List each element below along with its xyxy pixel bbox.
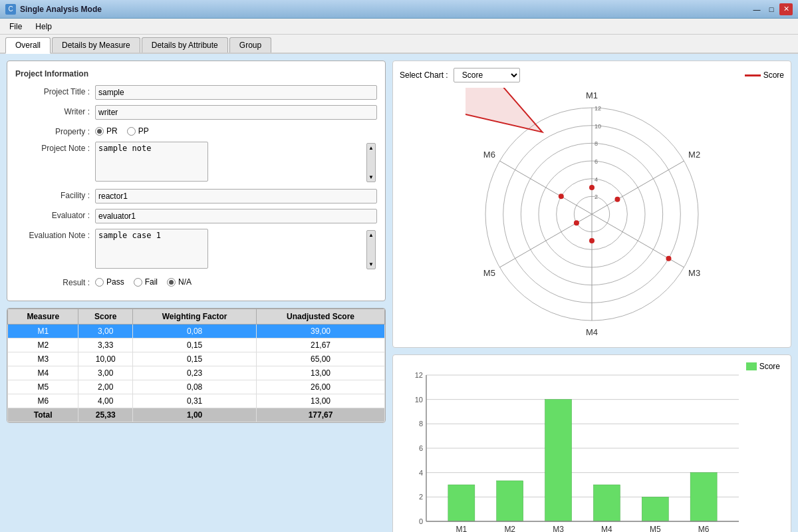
result-radio-group: Pass Fail N/A xyxy=(95,276,192,287)
writer-label: Writer : xyxy=(15,105,95,116)
svg-rect-49 xyxy=(545,400,572,521)
tabs-bar: Overall Details by Measure Details by At… xyxy=(0,35,798,54)
svg-point-18 xyxy=(559,194,564,199)
project-note-input[interactable]: sample note xyxy=(95,142,208,182)
svg-text:M6: M6 xyxy=(483,150,495,160)
app-icon: C xyxy=(5,4,16,15)
radar-chart-container: Select Chart : Score Score xyxy=(392,61,791,348)
note-scroll-up[interactable]: ▲ xyxy=(368,145,374,151)
chart-select[interactable]: Score xyxy=(454,68,520,82)
svg-text:M2: M2 xyxy=(688,150,700,160)
project-title-input[interactable] xyxy=(95,85,377,100)
select-chart-label: Select Chart : xyxy=(400,70,448,80)
svg-text:M4: M4 xyxy=(586,327,598,337)
table-cell-weight: 0,08 xyxy=(133,380,257,394)
svg-text:8: 8 xyxy=(419,420,423,428)
minimize-button[interactable]: — xyxy=(750,3,763,15)
chart-title-row: Select Chart : Score Score xyxy=(400,68,784,82)
facility-input[interactable] xyxy=(95,189,377,203)
title-bar: C Single Analysis Mode — □ ✕ xyxy=(0,0,798,19)
left-panel: Project Information Project Title : Writ… xyxy=(7,61,386,529)
pr-radio-label: PR xyxy=(106,126,118,136)
result-pass-option[interactable]: Pass xyxy=(95,277,124,287)
table-cell-measure: M5 xyxy=(8,380,78,394)
tab-overall[interactable]: Overall xyxy=(5,37,51,54)
eval-note-input[interactable]: sample case 1 xyxy=(95,229,208,269)
total-cell-unadjusted: 177,67 xyxy=(257,408,385,422)
project-note-label: Project Note : xyxy=(15,142,95,153)
main-content: Project Information Project Title : Writ… xyxy=(0,54,798,532)
tab-details-measure[interactable]: Details by Measure xyxy=(52,37,140,53)
table-cell-weight: 0,15 xyxy=(133,352,257,366)
result-na-option[interactable]: N/A xyxy=(167,277,192,287)
writer-row: Writer : xyxy=(15,105,377,120)
total-cell-score: 25,33 xyxy=(78,408,133,422)
table-cell-unadjusted: 39,00 xyxy=(257,325,385,338)
table-cell-score: 3,00 xyxy=(78,325,133,338)
evaluator-row: Evaluator : xyxy=(15,209,377,223)
bar-chart-container: Score 024681012M1M2M3M4M5M6 xyxy=(392,354,791,532)
svg-text:M3: M3 xyxy=(688,268,700,278)
na-radio-circle xyxy=(167,278,176,287)
tab-details-attribute[interactable]: Details by Attribute xyxy=(142,37,228,53)
property-radio-group: PR PP xyxy=(95,125,149,136)
table-cell-unadjusted: 65,00 xyxy=(257,352,385,366)
table-cell-score: 4,00 xyxy=(78,394,133,408)
evaluator-input[interactable] xyxy=(95,209,377,223)
table-cell-measure: M6 xyxy=(8,394,78,408)
result-row: Result : Pass Fail N/A xyxy=(15,276,377,287)
property-row: Property : PR PP xyxy=(15,125,377,136)
menu-file[interactable]: File xyxy=(3,21,29,33)
property-label: Property : xyxy=(15,125,95,136)
svg-text:10: 10 xyxy=(595,123,601,130)
svg-text:4: 4 xyxy=(419,469,423,477)
menu-help[interactable]: Help xyxy=(29,21,59,33)
tab-group[interactable]: Group xyxy=(229,37,271,53)
project-title-row: Project Title : xyxy=(15,85,377,100)
pp-radio-label: PP xyxy=(138,126,149,136)
close-button[interactable]: ✕ xyxy=(779,3,793,15)
property-pr-option[interactable]: PR xyxy=(95,126,118,136)
eval-note-row: Evaluation Note : sample case 1 ▲ ▼ xyxy=(15,229,377,271)
table-cell-unadjusted: 21,67 xyxy=(257,338,385,352)
svg-text:12: 12 xyxy=(415,371,423,379)
total-cell-weight: 1,00 xyxy=(133,408,257,422)
writer-input[interactable] xyxy=(95,105,377,120)
note-scroll-down[interactable]: ▼ xyxy=(368,174,374,180)
svg-rect-53 xyxy=(642,497,668,521)
svg-point-14 xyxy=(614,197,620,202)
svg-text:12: 12 xyxy=(595,105,601,112)
svg-rect-51 xyxy=(593,485,620,521)
eval-scroll-up[interactable]: ▲ xyxy=(368,232,374,238)
fail-radio-label: Fail xyxy=(145,277,158,287)
property-pp-option[interactable]: PP xyxy=(127,126,149,136)
right-panel: Select Chart : Score Score xyxy=(392,61,791,529)
table-cell-measure: M4 xyxy=(8,366,78,380)
measures-table: Measure Score Weighting Factor Unadjuste… xyxy=(7,309,385,422)
table-cell-score: 2,00 xyxy=(78,380,133,394)
svg-rect-55 xyxy=(690,473,717,521)
svg-text:M2: M2 xyxy=(504,525,515,532)
na-radio-label: N/A xyxy=(178,277,192,287)
svg-rect-45 xyxy=(448,485,475,521)
eval-note-label: Evaluation Note : xyxy=(15,229,95,240)
pass-radio-circle xyxy=(95,278,104,287)
svg-point-15 xyxy=(666,256,671,261)
svg-line-7 xyxy=(592,161,684,214)
fail-radio-circle xyxy=(134,278,142,287)
svg-text:6: 6 xyxy=(419,444,423,452)
svg-text:8: 8 xyxy=(595,140,598,147)
result-fail-option[interactable]: Fail xyxy=(134,277,158,287)
svg-text:M4: M4 xyxy=(601,525,612,532)
evaluator-label: Evaluator : xyxy=(15,209,95,220)
project-title-label: Project Title : xyxy=(15,85,95,96)
window-controls: — □ ✕ xyxy=(750,3,793,15)
svg-text:10: 10 xyxy=(415,396,423,404)
total-cell-measure: Total xyxy=(8,408,78,422)
facility-row: Facility : xyxy=(15,189,377,203)
svg-text:2: 2 xyxy=(595,194,598,200)
col-weight: Weighting Factor xyxy=(133,309,257,325)
maximize-button[interactable]: □ xyxy=(765,3,778,15)
eval-scroll-down[interactable]: ▼ xyxy=(368,261,374,267)
bar-legend: Score xyxy=(746,362,780,371)
